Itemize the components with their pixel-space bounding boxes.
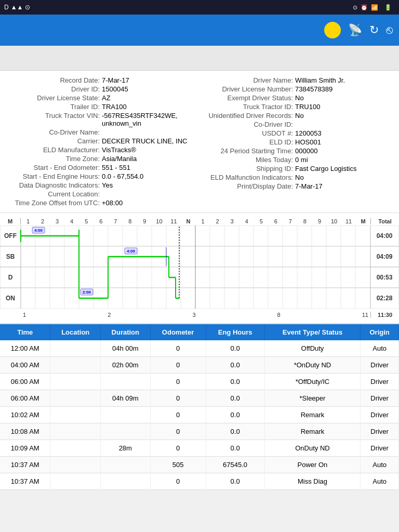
cell-duration xyxy=(101,473,151,490)
info-value: VisTracks® xyxy=(102,146,136,154)
info-value: No xyxy=(295,174,304,181)
info-label: Miles Today: xyxy=(202,156,295,164)
network-icon: ▲▲ xyxy=(11,4,23,11)
info-value: Fast Cargo Logistics xyxy=(295,165,357,172)
info-row: Truck Tractor ID: TRU100 xyxy=(202,102,391,111)
chart-svg: OFF SB D ON 04:00 04:09 00:53 02:28 4:00 xyxy=(0,225,399,309)
col-time: Time xyxy=(0,324,50,340)
table-row: 10:37 AM 0 0.0 Miss Diag Auto xyxy=(0,473,399,490)
time-marker-2: 2 xyxy=(108,312,111,318)
cell-location xyxy=(50,374,101,390)
refresh-icon[interactable]: ↻ xyxy=(369,23,379,37)
info-value: 000000 xyxy=(295,147,317,155)
info-label: ELD Malfunction Indicators: xyxy=(202,174,295,181)
cell-event-type: Remark xyxy=(264,423,361,440)
info-row: ELD Malfunction Indicators: No xyxy=(202,173,391,182)
cell-time: 12:00 AM xyxy=(0,340,50,357)
info-right: Driver Name: William Smith Jr.Driver Lic… xyxy=(202,76,391,207)
cell-event-type: OnDuty ND xyxy=(264,440,361,457)
cell-duration xyxy=(101,457,151,473)
date-nav xyxy=(0,46,399,71)
info-label: Time Zone Offset from UTC: xyxy=(8,199,102,207)
info-value: 0 mi xyxy=(295,156,308,164)
info-row: ELD ID: HOS001 xyxy=(202,138,391,147)
info-label: Carrier: xyxy=(8,137,102,145)
info-row: Start - End Engine Hours: 0.0 - 67,554.0 xyxy=(8,172,197,181)
cell-event-type: Remark xyxy=(264,407,361,423)
info-value: Yes xyxy=(102,181,113,189)
battery-icon: 🔋 xyxy=(384,4,392,11)
info-value: No xyxy=(295,112,304,119)
cell-duration: 28m xyxy=(101,440,151,457)
info-label: USDOT #: xyxy=(202,129,295,137)
data-table: Time Location Duration Odometer Eng Hour… xyxy=(0,324,399,490)
info-row: Driver ID: 1500045 xyxy=(8,85,197,94)
table-row: 10:08 AM 0 0.0 Remark Driver xyxy=(0,423,399,440)
status-bar: D ▲▲ ⊙ ⊙ ⏰ 📶 🔋 xyxy=(0,0,399,15)
cell-origin: Auto xyxy=(361,473,399,490)
cell-odometer: 0 xyxy=(150,340,206,357)
cell-event-type: *Sleeper xyxy=(264,390,361,407)
info-value: 7-Mar-17 xyxy=(295,182,323,190)
info-label: Shipping ID: xyxy=(202,165,295,172)
table-row: 10:09 AM 28m 0 0.0 OnDuty ND Driver xyxy=(0,440,399,457)
table-row: 04:00 AM 02h 00m 0 0.0 *OnDuty ND Driver xyxy=(0,357,399,374)
info-label: Truck Tractor VIN: xyxy=(8,112,102,119)
info-label: Start - End Engine Hours: xyxy=(8,172,102,180)
chart-bottom-row: 1 2 3 8 11 11:30 xyxy=(0,311,399,319)
info-section: Record Date: 7-Mar-17Driver ID: 1500045D… xyxy=(0,71,399,213)
info-label: Co-Driver ID: xyxy=(202,121,295,128)
cell-odometer: 0 xyxy=(150,473,206,490)
cell-location xyxy=(50,457,101,473)
cell-location xyxy=(50,440,101,457)
cell-duration xyxy=(101,407,151,423)
cell-time: 10:37 AM xyxy=(0,473,50,490)
broadcast-icon[interactable]: 📡 xyxy=(348,23,362,37)
cell-duration: 04h 00m xyxy=(101,340,151,357)
cell-eng-hours: 0.0 xyxy=(206,390,264,407)
grand-total: 11:30 xyxy=(370,312,399,318)
cell-event-type: Power On xyxy=(264,457,361,473)
svg-text:D: D xyxy=(8,274,13,281)
table-row: 12:00 AM 04h 00m 0 0.0 OffDuty Auto xyxy=(0,340,399,357)
chart-section: M 1 2 3 4 5 6 7 8 9 10 11 N 1 2 3 4 5 6 … xyxy=(0,213,399,324)
cell-location xyxy=(50,407,101,423)
info-value: Asia/Manila xyxy=(102,155,137,163)
info-row: ELD Manufacturer: VisTracks® xyxy=(8,145,197,154)
svg-text:00:53: 00:53 xyxy=(377,274,393,281)
cell-origin: Auto xyxy=(361,340,399,357)
info-value: TRA100 xyxy=(102,103,127,111)
info-label: Driver ID: xyxy=(8,85,102,93)
cell-time: 06:00 AM xyxy=(0,390,50,407)
svg-text:OFF: OFF xyxy=(4,232,17,240)
table-row: 06:00 AM 04h 09m 0 0.0 *Sleeper Driver xyxy=(0,390,399,407)
cell-time: 10:02 AM xyxy=(0,407,50,423)
info-row: Co-Driver ID: xyxy=(202,120,391,129)
info-label: Co-Driver Name: xyxy=(8,128,102,136)
info-row: Truck Tractor VIN: -567RES435RTF342WE, u… xyxy=(8,111,197,128)
cell-time: 06:00 AM xyxy=(0,374,50,390)
info-label: Driver Name: xyxy=(202,76,295,84)
info-row: Driver License State: AZ xyxy=(8,94,197,102)
logout-icon[interactable]: ⎋ xyxy=(386,23,393,37)
driver-badge[interactable] xyxy=(324,22,341,38)
chart-rows: OFF SB D ON 04:00 04:09 00:53 02:28 4:00 xyxy=(0,225,399,311)
info-label: Exempt Driver Status: xyxy=(202,94,295,102)
info-label: Current Location: xyxy=(8,190,102,198)
info-value: TRU100 xyxy=(295,103,320,111)
info-label: Time Zone: xyxy=(8,155,102,163)
table-row: 10:02 AM 0 0.0 Remark Driver xyxy=(0,407,399,423)
table-header-row: Time Location Duration Odometer Eng Hour… xyxy=(0,324,399,340)
info-row: Co-Driver Name: xyxy=(8,128,197,137)
info-label: Trailer ID: xyxy=(8,103,102,111)
info-row: Record Date: 7-Mar-17 xyxy=(8,76,197,85)
info-row: Miles Today: 0 mi xyxy=(202,155,391,164)
cell-eng-hours: 0.0 xyxy=(206,374,264,390)
cell-event-type: OffDuty xyxy=(264,340,361,357)
cell-location xyxy=(50,390,101,407)
cell-time: 10:08 AM xyxy=(0,423,50,440)
info-label: Print/Display Date: xyxy=(202,182,295,190)
time-marker-11: 11 xyxy=(362,312,368,318)
info-row: Current Location: xyxy=(8,190,197,198)
cell-eng-hours: 0.0 xyxy=(206,407,264,423)
